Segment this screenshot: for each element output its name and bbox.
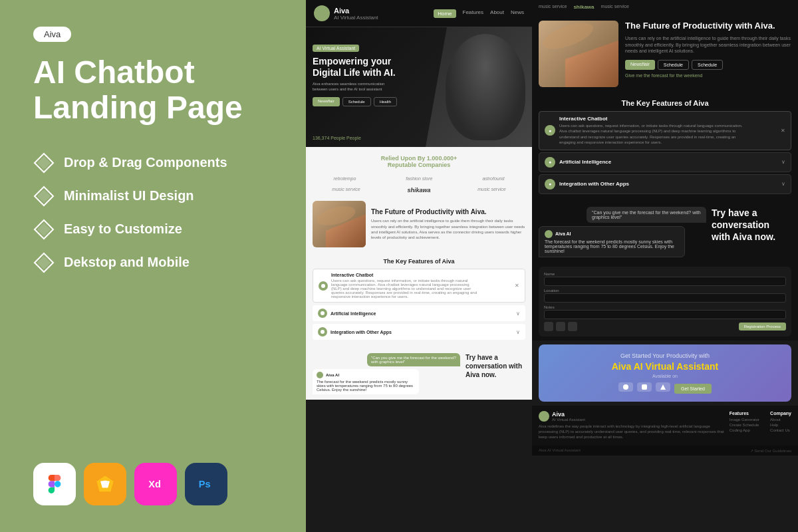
mp-nav-news[interactable]: News (511, 9, 524, 18)
preview-right: music service shikawa music service The … (532, 0, 798, 532)
rp-hero-image (539, 21, 618, 87)
mp-nav-about[interactable]: About (490, 9, 504, 18)
rp-feature-chatbot[interactable]: ● Interactive Chatbot Users can ask ques… (539, 111, 791, 150)
rp-app-icon-3[interactable] (656, 382, 670, 392)
rp-footer-link-help[interactable]: Help (770, 423, 791, 427)
mp-nav-home[interactable]: Home (434, 9, 456, 18)
mp-ai-dot (318, 309, 327, 318)
mp-feature-ai[interactable]: Artificial Intelligence ∨ (313, 305, 525, 321)
mp-chatbot-title: Interactive Chatbot (331, 273, 477, 277)
figma-icon[interactable] (33, 463, 76, 505)
mp-nav-features[interactable]: Features (463, 9, 484, 18)
rp-footer-link-schedule[interactable]: Create Schedule (730, 423, 759, 427)
rp-btn-newsflair[interactable]: Newsflair (625, 60, 655, 70)
rp-input-location[interactable] (544, 293, 786, 303)
rp-footer-link-about[interactable]: About (770, 418, 791, 422)
feature-text-minimalist: Minimalist UI Design (64, 188, 194, 203)
mp-brand-music1: music service (332, 187, 360, 194)
feature-text-desktop: Dekstop and Mobile (64, 255, 190, 270)
rp-future-desc: Users can rely on the artificial intelli… (625, 35, 791, 55)
rp-btn-schedule[interactable]: Schedule (658, 60, 689, 70)
mp-trusted: Relied Upon By 1.000.000+ Reputable Comp… (306, 147, 532, 172)
mp-brand-retrotempo: retrotempo (333, 176, 356, 181)
rp-form-field-1: Name (544, 272, 786, 286)
rp-app-icon-2[interactable] (637, 382, 652, 392)
mp-integration-chevron[interactable]: ∨ (516, 329, 520, 335)
rp-features-title: The Key Features of Aiva (539, 99, 791, 107)
rp-btn-schedule2[interactable]: Schedule (692, 60, 723, 70)
rp-brand-music1: music service (539, 4, 567, 10)
mp-hero-desc: Aiva enhances seamless communication bet… (313, 81, 399, 92)
preview-middle: Aiva AI Virtual Assistant Home Features … (306, 0, 532, 532)
mp-chat-ai-bubble: Aiva AI The forecast for the weekend pre… (313, 369, 419, 394)
mp-chat-cta-title: Try have a conversation with Aiva now. (466, 353, 525, 394)
main-title: AI Chatbot Landing Page (33, 55, 273, 126)
rp-footer-link-image-gen[interactable]: Image Generator (730, 418, 759, 422)
mp-hero-title: Empowering your Digital Life with AI. (313, 56, 406, 78)
mp-brand-astrofound: astrofound (482, 176, 504, 181)
feature-item-desktop: Dekstop and Mobile (33, 252, 273, 273)
rp-chat-name: Aiva AI (555, 231, 571, 236)
rp-chatbot-dot: ● (545, 125, 555, 136)
rp-brand-music2: music service (601, 4, 629, 10)
rp-ai-chevron[interactable]: ∨ (781, 159, 785, 165)
rp-chat-cta: Try have a conversation with Aiva now. (712, 207, 791, 243)
mp-future-title: The Future of Productivity with Aiva. (371, 207, 525, 216)
rp-form-fields: Name Location Notes (539, 267, 791, 336)
diamond-icon-3 (33, 219, 55, 240)
rp-future-title: The Future of Productivity with Aiva. (625, 21, 791, 32)
rp-header: music service shikawa music service (532, 0, 798, 14)
feature-item-drop-drag: Drop & Drag Components (33, 152, 273, 174)
mp-chatbot-desc: Users can ask questions, request informa… (331, 279, 477, 299)
rp-form-field-3: Notes (544, 305, 786, 319)
mp-stats: 136,374 People People (313, 136, 361, 140)
mp-btn-schedule[interactable]: Schedule (342, 97, 371, 106)
rp-chatbot-close[interactable]: ✕ (781, 128, 785, 134)
rp-input-notes[interactable] (544, 310, 786, 319)
rp-feature-integration[interactable]: ● Integration with Other Apps ∨ (539, 174, 791, 194)
tool-icons: Xd Ps (33, 463, 273, 505)
mp-brands-row2: music service shikawa music service (306, 185, 532, 196)
rp-footer-col-features-title: Features (730, 411, 759, 416)
rp-feature-ai[interactable]: ● Artificial Intelligence ∨ (539, 152, 791, 172)
rp-chatbot-desc: Users can ask questions, request informa… (559, 123, 745, 146)
mp-hero-badge: AI Virtual Assistant (313, 45, 359, 52)
mp-feature-integration[interactable]: Integration with Other Apps ∨ (313, 324, 525, 340)
rp-footer-name: Aiva (552, 411, 585, 418)
rp-registration-btn[interactable]: Registration Process (739, 323, 786, 331)
right-area: Aiva AI Virtual Assistant Home Features … (306, 0, 798, 532)
rp-chat-section: "Can you give me the forecast for the we… (532, 201, 798, 263)
mp-btn-health[interactable]: Health (374, 97, 397, 106)
rp-cta-main: Aiva AI Virtual Assistant (547, 361, 783, 372)
mp-ai-chevron[interactable]: ∨ (516, 311, 520, 317)
rp-cta-available: Available on (547, 374, 783, 378)
photoshop-icon[interactable]: Ps (185, 463, 227, 505)
mp-chatbot-close[interactable]: ✕ (515, 283, 519, 289)
mp-nav-links: Home Features About News (434, 9, 524, 18)
mp-navbar: Aiva AI Virtual Assistant Home Features … (306, 0, 532, 27)
sketch-icon[interactable] (84, 463, 126, 505)
rp-form-field-2: Location (544, 289, 786, 303)
rp-get-started-btn[interactable]: Get Started (674, 384, 712, 394)
feature-text-easy: Easy to Customize (64, 221, 182, 237)
rp-integration-dot: ● (545, 179, 555, 190)
rp-integration-chevron[interactable]: ∨ (781, 181, 785, 187)
xd-icon[interactable]: Xd (134, 463, 177, 505)
rp-cta-title: Get Started Your Productivity with (547, 352, 783, 359)
rp-footer-link-coding[interactable]: Coding App (730, 428, 759, 432)
mp-btn-newsflair[interactable]: Newsflair (313, 97, 340, 106)
mp-feature-chatbot[interactable]: Interactive Chatbot Users can ask questi… (313, 269, 525, 303)
rp-footer: Aiva AI Virtual Assistant Aiva redefines… (532, 406, 798, 446)
rp-app-icon-1[interactable] (618, 382, 633, 392)
mp-chat-bubbles: "Can you give me the forecast for the we… (313, 353, 460, 394)
rp-footer-terms[interactable]: ↗ Send Our Guidelines (750, 448, 791, 453)
rp-brands-top: music service shikawa music service (539, 4, 629, 10)
rp-footer-desc: Aiva redefines the way people interact w… (539, 424, 724, 440)
mp-features-section: The Key Features of Aiva Interactive Cha… (306, 253, 532, 348)
rp-footer-logo: Aiva AI Virtual Assistant (539, 411, 724, 422)
mp-brand-music2: music service (477, 187, 505, 194)
feature-item-easy: Easy to Customize (33, 219, 273, 240)
svg-text:Ps: Ps (199, 479, 211, 489)
rp-footer-link-contact[interactable]: Contact Us (770, 428, 791, 432)
rp-input-name[interactable] (544, 277, 786, 286)
